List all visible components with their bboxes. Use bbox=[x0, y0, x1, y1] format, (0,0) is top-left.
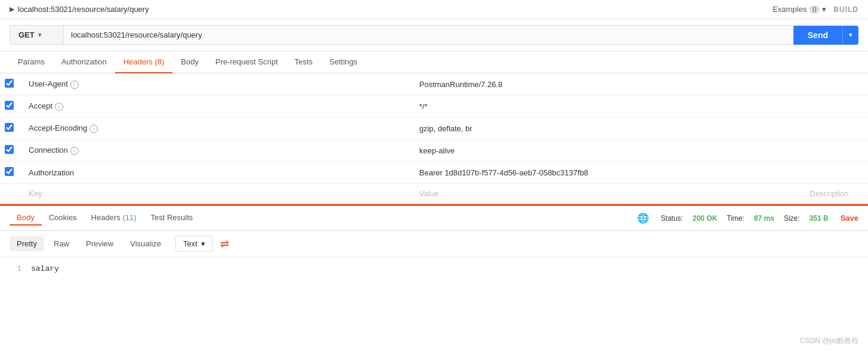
send-button[interactable]: Send bbox=[793, 26, 842, 45]
examples-button[interactable]: Examples 0 ▾ bbox=[773, 5, 826, 14]
tab-headers[interactable]: Headers (8) bbox=[115, 51, 173, 73]
header-key: Connectioni bbox=[21, 140, 412, 162]
header-key: Accepti bbox=[21, 95, 412, 118]
examples-count-badge: 0 bbox=[809, 5, 820, 14]
format-chevron-icon: ▾ bbox=[201, 239, 205, 248]
info-icon[interactable]: i bbox=[70, 147, 79, 155]
tab-tests[interactable]: Tests bbox=[286, 51, 321, 73]
header-checkbox-cell[interactable] bbox=[0, 73, 21, 95]
body-tab-preview[interactable]: Preview bbox=[79, 236, 121, 251]
status-value: 200 OK bbox=[693, 214, 717, 223]
url-input[interactable] bbox=[63, 25, 793, 45]
body-tab-raw[interactable]: Raw bbox=[47, 236, 76, 251]
status-label: Status: bbox=[661, 214, 683, 223]
placeholder-value[interactable]: Value bbox=[412, 184, 803, 204]
size-label: Size: bbox=[784, 214, 800, 223]
time-label: Time: bbox=[727, 214, 745, 223]
method-chevron-icon: ▾ bbox=[38, 32, 41, 38]
info-icon[interactable]: i bbox=[55, 103, 63, 111]
tab-authorization[interactable]: Authorization bbox=[53, 51, 115, 73]
header-checkbox[interactable] bbox=[5, 79, 14, 88]
header-checkbox-cell[interactable] bbox=[0, 162, 21, 184]
response-tabs: Body Cookies Headers (11) Test Results bbox=[10, 211, 625, 226]
info-icon[interactable]: i bbox=[70, 81, 79, 89]
placeholder-description[interactable]: Description bbox=[803, 184, 869, 204]
header-checkbox[interactable] bbox=[5, 123, 14, 132]
response-tab-testresults[interactable]: Test Results bbox=[144, 211, 200, 226]
header-value: PostmanRuntime/7.26.8 bbox=[412, 73, 803, 95]
request-url-title: localhost:53021/resource/salary/query bbox=[18, 5, 149, 14]
line-number: 1 bbox=[10, 264, 21, 273]
size-value: 351 B bbox=[810, 214, 829, 223]
response-status: Status: 200 OK Time: 87 ms Size: 351 B bbox=[661, 214, 829, 223]
examples-chevron-icon: ▾ bbox=[822, 5, 826, 14]
table-row-placeholder: Key Value Description bbox=[0, 184, 868, 204]
header-description bbox=[803, 118, 869, 140]
header-key: User-Agenti bbox=[21, 73, 412, 95]
header-checkbox-cell[interactable] bbox=[0, 118, 21, 140]
format-select[interactable]: Text ▾ bbox=[175, 236, 213, 252]
header-key: Accept-Encodingi bbox=[21, 118, 412, 140]
header-checkbox[interactable] bbox=[5, 101, 14, 110]
headers-table: User-Agenti PostmanRuntime/7.26.8 Accept… bbox=[0, 73, 868, 204]
header-value: gzip, deflate, br bbox=[412, 118, 803, 140]
header-description bbox=[803, 73, 869, 95]
format-value: Text bbox=[183, 239, 197, 248]
send-button-group: Send ▾ bbox=[793, 26, 858, 45]
tab-settings[interactable]: Settings bbox=[321, 51, 366, 73]
body-tab-visualize[interactable]: Visualize bbox=[123, 236, 168, 251]
title-bar: ▶ localhost:53021/resource/salary/query … bbox=[0, 0, 868, 19]
url-bar: GET ▾ Send ▾ bbox=[0, 19, 868, 51]
code-area: 1 salary bbox=[0, 257, 868, 280]
code-line: 1 salary bbox=[10, 264, 858, 273]
header-checkbox-cell[interactable] bbox=[0, 95, 21, 118]
build-button[interactable]: BUILD bbox=[833, 5, 858, 14]
method-value: GET bbox=[18, 30, 35, 39]
header-value: Bearer 1d8d107b-f577-4d56-aeb7-058bc3137… bbox=[412, 162, 803, 184]
header-value: keep-alive bbox=[412, 140, 803, 162]
response-tab-cookies[interactable]: Cookies bbox=[42, 211, 84, 226]
table-row: Connectioni keep-alive bbox=[0, 140, 868, 162]
title-left: ▶ localhost:53021/resource/salary/query bbox=[10, 5, 149, 14]
header-value: */* bbox=[412, 95, 803, 118]
time-value: 87 ms bbox=[754, 214, 774, 223]
send-dropdown-button[interactable]: ▾ bbox=[842, 26, 858, 45]
code-value: salary bbox=[31, 264, 59, 273]
table-row: User-Agenti PostmanRuntime/7.26.8 bbox=[0, 73, 868, 95]
header-description bbox=[803, 162, 869, 184]
table-row: Accept-Encodingi gzip, deflate, br bbox=[0, 118, 868, 140]
request-tabs: Params Authorization Headers (8) Body Pr… bbox=[0, 51, 868, 73]
tab-params[interactable]: Params bbox=[10, 51, 53, 73]
wrap-lines-icon[interactable]: ⇌ bbox=[220, 237, 229, 251]
tab-body[interactable]: Body bbox=[172, 51, 207, 73]
response-tab-headers[interactable]: Headers (11) bbox=[84, 211, 144, 226]
table-row: Authorization Bearer 1d8d107b-f577-4d56-… bbox=[0, 162, 868, 184]
body-tab-pretty[interactable]: Pretty bbox=[10, 236, 44, 251]
header-description bbox=[803, 140, 869, 162]
header-checkbox-cell[interactable] bbox=[0, 140, 21, 162]
save-response-button[interactable]: Save bbox=[841, 214, 858, 223]
body-toolbar: Pretty Raw Preview Visualize Text ▾ ⇌ bbox=[0, 231, 868, 257]
table-row: Accepti */* bbox=[0, 95, 868, 118]
collapse-arrow-icon[interactable]: ▶ bbox=[10, 5, 14, 13]
method-select[interactable]: GET ▾ bbox=[10, 25, 63, 45]
examples-label: Examples bbox=[773, 5, 807, 14]
header-checkbox[interactable] bbox=[5, 145, 14, 154]
header-key: Authorization bbox=[21, 162, 412, 184]
response-header: Body Cookies Headers (11) Test Results 🌐… bbox=[0, 204, 868, 231]
placeholder-key[interactable]: Key bbox=[21, 184, 412, 204]
title-right: Examples 0 ▾ BUILD bbox=[773, 5, 858, 14]
header-checkbox[interactable] bbox=[5, 167, 14, 176]
globe-icon[interactable]: 🌐 bbox=[637, 212, 649, 224]
tab-prerequest[interactable]: Pre-request Script bbox=[207, 51, 286, 73]
response-tab-body[interactable]: Body bbox=[10, 211, 42, 226]
info-icon[interactable]: i bbox=[89, 125, 98, 133]
header-description bbox=[803, 95, 869, 118]
